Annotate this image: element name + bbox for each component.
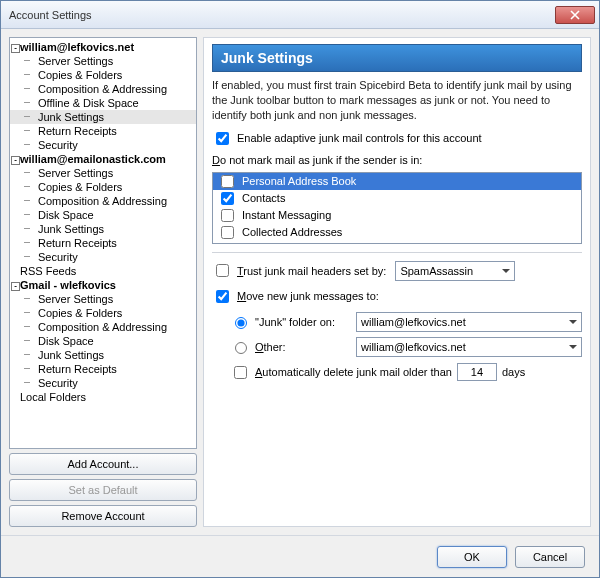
destination-grid: "Junk" folder on: william@lefkovics.net … [230, 312, 582, 357]
tree-item[interactable]: Return Receipts [10, 236, 196, 250]
sender-list-checkbox[interactable] [221, 175, 234, 188]
tree-item[interactable]: Composition & Addressing [10, 320, 196, 334]
other-radio-row[interactable]: Other: [230, 339, 350, 354]
tree-item[interactable]: Disk Space [10, 334, 196, 348]
trust-headers-checkbox[interactable] [216, 264, 229, 277]
sender-list-label: Do not mark mail as junk if the sender i… [212, 154, 582, 166]
tree-item[interactable]: Security [10, 250, 196, 264]
left-column: william@lefkovics.netServer SettingsCopi… [9, 37, 197, 527]
tree-account[interactable]: william@lefkovics.net [10, 40, 196, 54]
junk-folder-radio-row[interactable]: "Junk" folder on: [230, 314, 350, 329]
tree-item[interactable]: Composition & Addressing [10, 194, 196, 208]
sender-list-checkbox[interactable] [221, 226, 234, 239]
other-dropdown[interactable]: william@lefkovics.net [356, 337, 582, 357]
auto-delete-label: Automatically delete junk mail older tha… [255, 366, 452, 378]
tree-item[interactable]: Copies & Folders [10, 180, 196, 194]
days-label: days [502, 366, 525, 378]
separator [212, 252, 582, 253]
window-title: Account Settings [9, 9, 555, 21]
tree-item[interactable]: Security [10, 376, 196, 390]
titlebar: Account Settings [1, 1, 599, 29]
tree-item[interactable]: Junk Settings [10, 348, 196, 362]
trust-headers-row[interactable]: Trust junk mail headers set by: SpamAssa… [212, 261, 582, 281]
tree-item[interactable]: Composition & Addressing [10, 82, 196, 96]
sender-list-checkbox[interactable] [221, 192, 234, 205]
tree-item[interactable]: Server Settings [10, 166, 196, 180]
move-junk-label: Move new junk messages to: [237, 290, 379, 302]
other-radio[interactable] [235, 342, 247, 354]
sender-list-item[interactable]: Collected Addresses [213, 224, 581, 241]
move-junk-checkbox[interactable] [216, 290, 229, 303]
tree-item[interactable]: Copies & Folders [10, 68, 196, 82]
add-account-button[interactable]: Add Account... [9, 453, 197, 475]
sender-list-item[interactable]: Personal Address Book [213, 173, 581, 190]
panel-description: If enabled, you must first train Spicebi… [212, 78, 582, 123]
tree-item[interactable]: Return Receipts [10, 362, 196, 376]
enable-adaptive-row[interactable]: Enable adaptive junk mail controls for t… [212, 129, 582, 148]
tree-item[interactable]: Server Settings [10, 292, 196, 306]
tree-item[interactable]: Disk Space [10, 208, 196, 222]
tree-item[interactable]: Junk Settings [10, 222, 196, 236]
auto-delete-days-input[interactable] [457, 363, 497, 381]
sender-list-item[interactable]: Contacts [213, 190, 581, 207]
tree-account[interactable]: Local Folders [10, 390, 196, 404]
sender-list-label: Collected Addresses [242, 226, 342, 238]
junk-folder-radio[interactable] [235, 317, 247, 329]
close-icon [570, 10, 580, 20]
auto-delete-checkbox[interactable] [234, 366, 247, 379]
dialog-footer: OK Cancel [1, 535, 599, 577]
sender-list-checkbox[interactable] [221, 209, 234, 222]
panel-title: Junk Settings [212, 44, 582, 72]
tree-item[interactable]: Junk Settings [10, 110, 196, 124]
tree-item[interactable]: Server Settings [10, 54, 196, 68]
close-button[interactable] [555, 6, 595, 24]
junk-folder-label: "Junk" folder on: [255, 316, 335, 328]
tree-item[interactable]: Security [10, 138, 196, 152]
sender-list-item[interactable]: Instant Messaging [213, 207, 581, 224]
set-as-default-button[interactable]: Set as Default [9, 479, 197, 501]
tree-account[interactable]: william@emailonastick.com [10, 152, 196, 166]
ok-button[interactable]: OK [437, 546, 507, 568]
trust-headers-label: Trust junk mail headers set by: [237, 265, 386, 277]
cancel-button[interactable]: Cancel [515, 546, 585, 568]
enable-adaptive-checkbox[interactable] [216, 132, 229, 145]
tree-item[interactable]: Copies & Folders [10, 306, 196, 320]
tree-account[interactable]: RSS Feeds [10, 264, 196, 278]
remove-account-button[interactable]: Remove Account [9, 505, 197, 527]
account-tree[interactable]: william@lefkovics.netServer SettingsCopi… [9, 37, 197, 449]
sender-list-label: Contacts [242, 192, 285, 204]
account-settings-window: Account Settings william@lefkovics.netSe… [0, 0, 600, 578]
trust-headers-dropdown[interactable]: SpamAssassin [395, 261, 515, 281]
sender-list-label: Personal Address Book [242, 175, 356, 187]
sender-list-label: Instant Messaging [242, 209, 331, 221]
move-junk-row[interactable]: Move new junk messages to: [212, 287, 582, 306]
tree-item[interactable]: Return Receipts [10, 124, 196, 138]
dialog-body: william@lefkovics.netServer SettingsCopi… [1, 29, 599, 535]
other-label: Other: [255, 341, 286, 353]
auto-delete-row[interactable]: Automatically delete junk mail older tha… [230, 363, 582, 382]
enable-adaptive-label: Enable adaptive junk mail controls for t… [237, 132, 482, 144]
settings-panel: Junk Settings If enabled, you must first… [203, 37, 591, 527]
junk-folder-dropdown[interactable]: william@lefkovics.net [356, 312, 582, 332]
tree-item[interactable]: Offline & Disk Space [10, 96, 196, 110]
tree-account[interactable]: Gmail - wlefkovics [10, 278, 196, 292]
sender-listbox[interactable]: Personal Address BookContactsInstant Mes… [212, 172, 582, 244]
